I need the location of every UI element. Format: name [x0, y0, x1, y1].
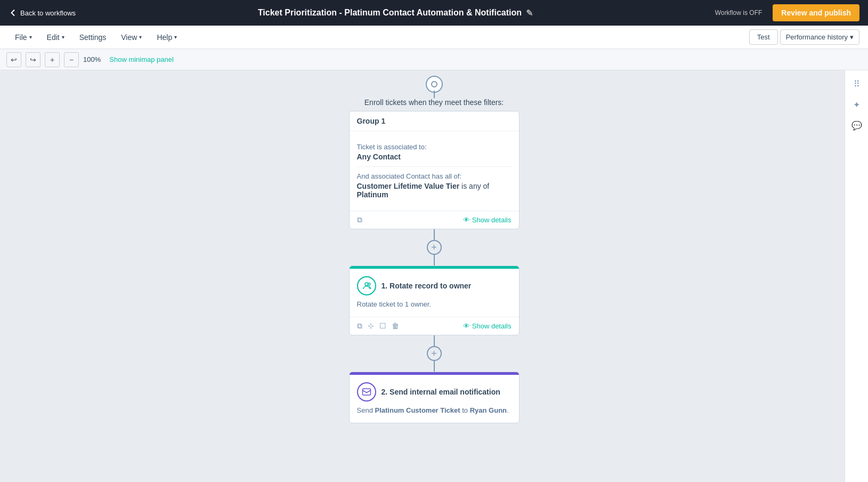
action-card-2: 2. Send internal email notification Send…	[349, 372, 520, 423]
redo-button[interactable]: ↪	[26, 52, 40, 67]
eye-icon-action-1: 👁	[463, 322, 470, 330]
right-panel: ⠿ ✦ 💬	[845, 70, 868, 482]
action-icon-2	[357, 382, 376, 401]
workflow-flow: Enroll tickets when they meet these filt…	[258, 70, 610, 423]
action-desc-1: Rotate ticket to 1 owner.	[357, 300, 512, 309]
action-header-1: 1. Rotate record to owner	[357, 276, 512, 295]
connector-line-2	[434, 335, 435, 346]
connector-line-1	[434, 229, 435, 240]
star-icon[interactable]: ✦	[853, 100, 860, 110]
filter-group-header: Group 1	[350, 111, 519, 131]
help-menu[interactable]: Help	[150, 26, 183, 49]
copy-icon[interactable]: ⧉	[357, 215, 362, 224]
add-step-button-2[interactable]: +	[427, 346, 442, 361]
action-card-footer-1: ⧉ ⊹ ☐ 🗑 👁 Show details	[350, 317, 519, 335]
zoom-in-button[interactable]: +	[45, 52, 60, 67]
filter-value-2: Customer Lifetime Value Tier is any of P…	[357, 182, 512, 199]
action-title-1: 1. Rotate record to owner	[382, 282, 472, 290]
action-card-1: 1. Rotate record to owner Rotate ticket …	[349, 266, 520, 335]
enroll-label: Enroll tickets when they meet these filt…	[364, 98, 504, 107]
edit-title-icon[interactable]: ✎	[526, 8, 533, 18]
chevron-down-icon: ▾	[850, 33, 854, 41]
file-menu[interactable]: File	[9, 26, 38, 49]
back-label: Back to workflows	[20, 9, 76, 17]
svg-rect-3	[362, 389, 370, 395]
view-menu[interactable]: View	[115, 26, 148, 49]
zoom-out-button[interactable]: −	[64, 52, 79, 67]
workflow-status: Workflow is OFF	[715, 9, 762, 17]
connector-1: +	[427, 229, 442, 266]
action-card-body-1: 1. Rotate record to owner Rotate ticket …	[350, 269, 519, 317]
filter-value-1: Any Contact	[357, 152, 512, 161]
connector-line-1b	[434, 255, 435, 266]
action-header-2: 2. Send internal email notification	[357, 382, 512, 401]
workflow-title: Ticket Prioritization - Platinum Contact…	[82, 8, 709, 18]
top-nav: Back to workflows Ticket Prioritization …	[0, 0, 868, 26]
connector-line-top	[434, 91, 435, 98]
filter-card-body: Ticket is associated to: Any Contact And…	[350, 131, 519, 211]
filter-row-2: And associated Contact has all of: Custo…	[357, 166, 512, 204]
action-icon-1	[357, 276, 376, 295]
filter-label-2: And associated Contact has all of:	[357, 172, 512, 180]
svg-point-0	[432, 82, 437, 87]
show-details-link-enroll[interactable]: 👁 Show details	[463, 216, 512, 224]
test-button[interactable]: Test	[749, 29, 778, 45]
workflow-canvas: Enroll tickets when they meet these filt…	[0, 70, 868, 482]
action-title-2: 2. Send internal email notification	[382, 388, 500, 396]
action-card-body-2: 2. Send internal email notification Send…	[350, 375, 519, 423]
connector-2: +	[427, 335, 442, 372]
action-tools-1: ⧉ ⊹ ☐ 🗑	[357, 322, 399, 331]
edit-menu[interactable]: Edit	[40, 26, 71, 49]
back-arrow-icon	[9, 9, 17, 17]
move-icon[interactable]: ⊹	[368, 322, 374, 331]
delete-icon[interactable]: 🗑	[392, 322, 399, 331]
show-details-link-action-1[interactable]: 👁 Show details	[463, 322, 512, 330]
duplicate-icon[interactable]: ⧉	[357, 322, 362, 331]
settings-menu[interactable]: Settings	[73, 26, 113, 49]
filter-row-1: Ticket is associated to: Any Contact	[357, 138, 512, 166]
review-publish-button[interactable]: Review and publish	[773, 4, 859, 21]
zoom-level: 100%	[83, 55, 101, 63]
eye-icon: 👁	[463, 216, 470, 224]
back-to-workflows-link[interactable]: Back to workflows	[9, 9, 76, 17]
performance-history-button[interactable]: Performance history ▾	[780, 29, 859, 45]
filter-label-1: Ticket is associated to:	[357, 143, 512, 151]
connector-line-2b	[434, 361, 435, 372]
svg-point-2	[368, 283, 370, 286]
secondary-nav: File Edit Settings View Help Test Perfor…	[0, 26, 868, 49]
filter-card: Group 1 Ticket is associated to: Any Con…	[349, 111, 520, 229]
grid-icon[interactable]: ⠿	[854, 79, 860, 89]
filter-card-footer: ⧉ 👁 Show details	[350, 211, 519, 229]
action-desc-2: Send Platinum Customer Ticket to Ryan Gu…	[357, 406, 512, 415]
copy-icon-action[interactable]: ☐	[379, 322, 386, 331]
undo-button[interactable]: ↩	[6, 52, 21, 67]
canvas-toolbar: ↩ ↪ + − 100% Show minimap panel	[0, 49, 868, 70]
chat-icon[interactable]: 💬	[851, 120, 862, 131]
enroll-section: Enroll tickets when they meet these filt…	[258, 98, 610, 229]
show-minimap-link[interactable]: Show minimap panel	[109, 55, 174, 63]
add-step-button-1[interactable]: +	[427, 240, 442, 255]
